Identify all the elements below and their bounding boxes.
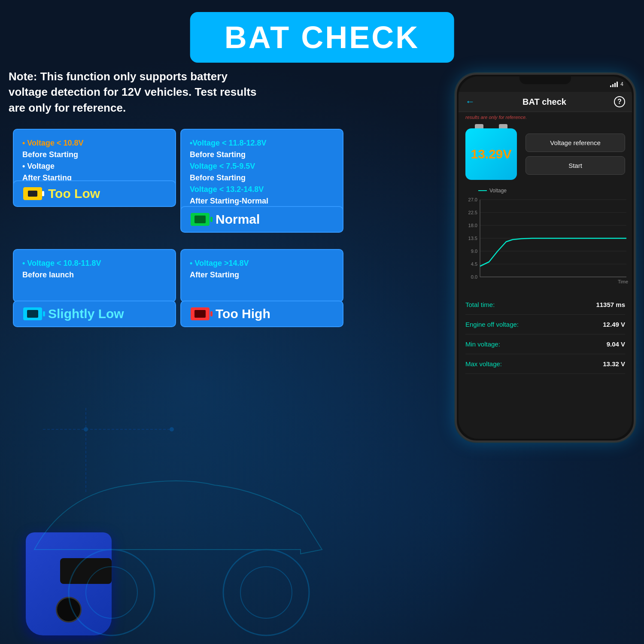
svg-text:27.0: 27.0 <box>468 197 477 202</box>
svg-point-24 <box>170 427 174 431</box>
stat-row-max-voltage: Max voltage: 13.32 V <box>465 354 625 374</box>
voltage-chart-area: Voltage 27.0 22.5 18.0 13.5 9.0 4.5 0.0 <box>459 188 632 287</box>
stat-label-engine-off: Engine off voltage: <box>465 321 519 328</box>
voltage-reference-button[interactable]: Voltage reference <box>526 134 625 152</box>
voltage-battery-display: 13.29V <box>465 128 517 180</box>
signal-number: 4 <box>620 81 623 87</box>
signal-bar-1 <box>610 85 611 87</box>
svg-text:22.5: 22.5 <box>468 210 477 215</box>
start-button[interactable]: Start <box>526 156 625 175</box>
svg-text:4.5: 4.5 <box>471 261 477 267</box>
phone-header: ← BAT check ? <box>459 92 632 112</box>
help-icon[interactable]: ? <box>614 96 625 107</box>
obd-button <box>56 597 82 623</box>
battery-buttons: Voltage reference Start <box>526 134 625 175</box>
obd-device <box>9 515 129 635</box>
info-box-too-high: • Voltage >14.8V After Starting space <box>180 249 343 302</box>
note-text: Note: This function only supports batter… <box>9 69 258 115</box>
status-too-low: Too Low <box>13 180 176 207</box>
stat-value-max-voltage: 13.32 V <box>603 360 625 368</box>
svg-point-20 <box>240 567 292 618</box>
svg-text:13.5: 13.5 <box>468 236 477 241</box>
signal-bar-4 <box>617 82 618 87</box>
info-box-slightly-low: • Voltage < 10.8-11.8V Before launch spa… <box>13 249 176 302</box>
svg-text:0.0: 0.0 <box>471 274 477 279</box>
stat-label-total-time: Total time: <box>465 301 495 308</box>
stat-row-total-time: Total time: 11357 ms <box>465 295 625 315</box>
svg-point-23 <box>84 427 88 431</box>
stats-area: Total time: 11357 ms Engine off voltage:… <box>459 291 632 378</box>
stat-label-min-voltage: Min voltage: <box>465 340 500 348</box>
stat-value-min-voltage: 9.04 V <box>607 340 625 348</box>
obd-connector <box>60 558 112 584</box>
title-badge: BAT CHECK <box>190 12 454 63</box>
stat-row-min-voltage: Min voltage: 9.04 V <box>465 334 625 354</box>
back-icon[interactable]: ← <box>465 96 475 107</box>
status-normal: Normal <box>180 206 343 233</box>
svg-point-19 <box>223 550 309 635</box>
chart-legend-line-icon <box>478 190 487 191</box>
chart-legend-label: Voltage <box>489 188 507 194</box>
signal-bar-3 <box>614 83 616 87</box>
stat-value-engine-off: 12.49 V <box>603 321 625 328</box>
status-too-high: Too High <box>180 301 343 327</box>
voltage-value: 13.29V <box>471 147 511 161</box>
phone-screen: 4 ← BAT check ? results are only for ref… <box>459 76 632 439</box>
stat-value-total-time: 11357 ms <box>596 301 625 308</box>
phone-subtitle: results are only for reference. <box>459 112 632 122</box>
svg-text:9.0: 9.0 <box>471 249 477 254</box>
phone-mockup: 4 ← BAT check ? results are only for ref… <box>455 73 635 588</box>
info-box-normal: •Voltage < 11.8-12.8V Before Starting Vo… <box>180 129 343 216</box>
phone-title: BAT check <box>522 97 566 107</box>
chart-svg-container: 27.0 22.5 18.0 13.5 9.0 4.5 0.0 <box>465 195 625 287</box>
svg-text:Time: Time <box>618 279 628 284</box>
chart-legend: Voltage <box>478 188 625 194</box>
signal-bar-2 <box>612 84 614 87</box>
status-slightly-low: Slightly Low <box>13 301 176 327</box>
stat-row-engine-off: Engine off voltage: 12.49 V <box>465 315 625 334</box>
svg-text:18.0: 18.0 <box>468 223 477 228</box>
phone-notch <box>519 75 571 84</box>
battery-yellow-icon <box>23 187 42 200</box>
stat-label-max-voltage: Max voltage: <box>465 360 502 368</box>
obd-body <box>26 532 112 635</box>
title-text: BAT CHECK <box>225 20 420 55</box>
battery-display-area: 13.29V Voltage reference Start <box>459 122 632 186</box>
phone-body: 4 ← BAT check ? results are only for ref… <box>455 73 635 442</box>
voltage-chart-svg: 27.0 22.5 18.0 13.5 9.0 4.5 0.0 <box>465 195 629 286</box>
signal-bars-icon <box>610 81 618 87</box>
